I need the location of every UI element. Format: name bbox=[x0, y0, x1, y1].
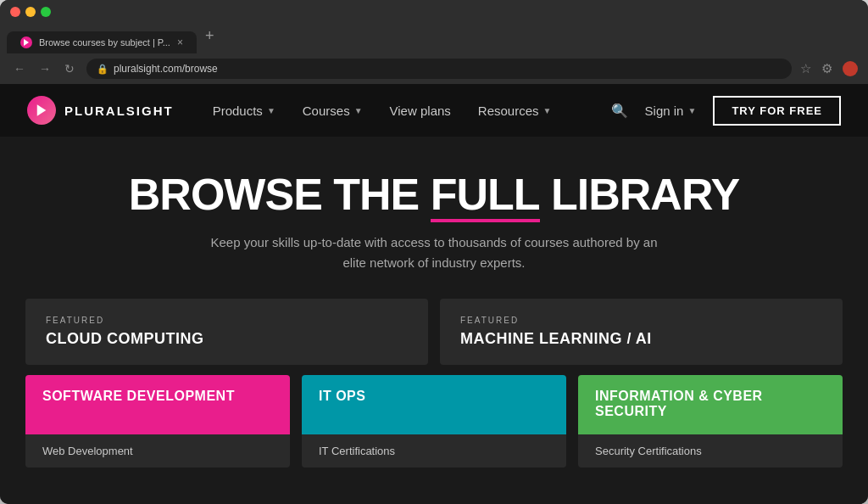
svg-marker-0 bbox=[24, 39, 29, 46]
hero-title: BROWSE THE FULL LIBRARY bbox=[17, 171, 851, 219]
cards-section: FEATURED CLOUD COMPUTING FEATURED MACHIN… bbox=[0, 299, 868, 504]
courses-nav-item[interactable]: Courses ▼ bbox=[291, 97, 375, 125]
logo-icon bbox=[27, 96, 56, 125]
browser-chrome: Browse courses by subject | P... × + ← →… bbox=[0, 0, 868, 84]
lock-icon: 🔒 bbox=[97, 64, 108, 75]
courses-chevron-icon: ▼ bbox=[354, 106, 363, 115]
address-bar: ← → ↻ 🔒 pluralsight.com/browse ☆ ⚙ bbox=[0, 53, 868, 84]
category-card-software[interactable]: SOFTWARE DEVELOPMENT Web Development bbox=[25, 375, 290, 468]
navbar: PLURALSIGHT Products ▼ Courses ▼ View pl… bbox=[0, 84, 868, 137]
hero-title-part2: LIBRARY bbox=[540, 170, 740, 219]
resources-chevron-icon: ▼ bbox=[543, 106, 552, 115]
tab-title: Browse courses by subject | P... bbox=[39, 37, 170, 48]
featured-title-ml: MACHINE LEARNING / AI bbox=[460, 330, 822, 348]
extensions-icon[interactable]: ⚙ bbox=[821, 61, 832, 76]
signin-chevron-icon: ▼ bbox=[687, 106, 696, 115]
logo-area: PLURALSIGHT bbox=[27, 96, 174, 125]
bookmark-icon[interactable]: ☆ bbox=[800, 61, 811, 76]
browser-window: Browse courses by subject | P... × + ← →… bbox=[0, 0, 868, 504]
url-text: pluralsight.com/browse bbox=[114, 63, 218, 75]
featured-card-ml[interactable]: FEATURED MACHINE LEARNING / AI bbox=[440, 299, 843, 365]
website-content: PLURALSIGHT Products ▼ Courses ▼ View pl… bbox=[0, 84, 868, 504]
forward-button[interactable]: → bbox=[36, 60, 54, 77]
nav-right: 🔍 Sign in ▼ TRY FOR FREE bbox=[611, 96, 841, 126]
hero-subtitle: Keep your skills up-to-date with access … bbox=[17, 232, 851, 273]
search-icon[interactable]: 🔍 bbox=[611, 103, 628, 119]
tab-favicon bbox=[20, 36, 32, 48]
svg-marker-1 bbox=[37, 104, 47, 116]
nav-items: Products ▼ Courses ▼ View plans Resource… bbox=[201, 97, 611, 125]
traffic-lights bbox=[10, 7, 51, 17]
category-sub-software: Web Development bbox=[25, 434, 290, 468]
category-header-security: INFORMATION & CYBER SECURITY bbox=[578, 375, 843, 434]
maximize-window-button[interactable] bbox=[41, 7, 51, 17]
profile-icon[interactable] bbox=[843, 61, 858, 76]
featured-label-cloud: FEATURED bbox=[46, 316, 408, 325]
new-tab-button[interactable]: + bbox=[197, 27, 223, 50]
minimize-window-button[interactable] bbox=[25, 7, 36, 17]
close-window-button[interactable] bbox=[10, 7, 20, 17]
featured-title-cloud: CLOUD COMPUTING bbox=[46, 330, 408, 348]
sign-in-button[interactable]: Sign in ▼ bbox=[645, 104, 697, 118]
resources-nav-item[interactable]: Resources ▼ bbox=[466, 97, 564, 125]
hero-title-part1: BROWSE THE bbox=[129, 170, 431, 219]
url-bar[interactable]: 🔒 pluralsight.com/browse bbox=[86, 59, 792, 79]
category-sub-itops: IT Certifications bbox=[302, 434, 566, 468]
category-header-itops: IT OPS bbox=[302, 375, 566, 434]
hero-title-full: FULL bbox=[431, 171, 540, 219]
view-plans-nav-item[interactable]: View plans bbox=[378, 97, 463, 125]
category-header-software: SOFTWARE DEVELOPMENT bbox=[25, 375, 290, 434]
tab-close-button[interactable]: × bbox=[177, 36, 183, 48]
featured-label-ml: FEATURED bbox=[460, 316, 822, 325]
try-free-button[interactable]: TRY FOR FREE bbox=[713, 96, 841, 126]
featured-card-cloud[interactable]: FEATURED CLOUD COMPUTING bbox=[25, 299, 428, 365]
refresh-button[interactable]: ↻ bbox=[61, 60, 78, 77]
category-card-security[interactable]: INFORMATION & CYBER SECURITY Security Ce… bbox=[578, 375, 843, 468]
hero-section: BROWSE THE FULL LIBRARY Keep your skills… bbox=[0, 137, 868, 299]
products-chevron-icon: ▼ bbox=[267, 106, 275, 115]
nav-buttons: ← → ↻ bbox=[10, 60, 78, 77]
browser-actions: ☆ ⚙ bbox=[800, 61, 858, 76]
category-sub-security: Security Certifications bbox=[578, 434, 843, 468]
category-card-itops[interactable]: IT OPS IT Certifications bbox=[302, 375, 566, 468]
logo-text: PLURALSIGHT bbox=[64, 104, 174, 118]
back-button[interactable]: ← bbox=[10, 60, 29, 77]
title-bar bbox=[0, 0, 868, 24]
featured-row: FEATURED CLOUD COMPUTING FEATURED MACHIN… bbox=[25, 299, 843, 365]
browser-tab[interactable]: Browse courses by subject | P... × bbox=[7, 31, 197, 53]
products-nav-item[interactable]: Products ▼ bbox=[201, 97, 287, 125]
category-row: SOFTWARE DEVELOPMENT Web Development IT … bbox=[25, 375, 843, 468]
